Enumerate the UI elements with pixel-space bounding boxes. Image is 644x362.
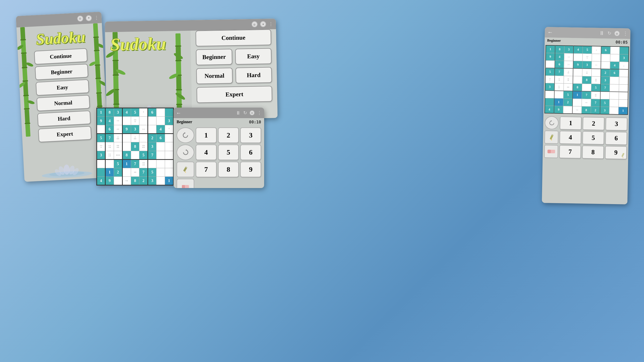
cell-7-8[interactable] — [156, 159, 165, 168]
cell-4-2[interactable]: 7 — [105, 134, 114, 142]
r-cell-4-3[interactable]: 409 — [564, 68, 573, 76]
r-cell-5-5[interactable]: 8 — [582, 76, 591, 84]
dots-button-right[interactable]: ⋮ — [623, 30, 628, 36]
r-cell-7-5[interactable]: 7 — [582, 91, 591, 99]
cell-1-8[interactable] — [156, 108, 165, 117]
cell-5-7[interactable]: 3 — [148, 142, 156, 151]
r-cell-2-9[interactable]: 3 — [619, 54, 629, 62]
r-cell-9-4[interactable]: 5 6 — [572, 106, 582, 114]
diff-easy-button[interactable]: Easy — [235, 48, 272, 65]
cell-7-9[interactable] — [165, 159, 174, 168]
r-cell-3-3[interactable]: 2 5 — [564, 61, 573, 68]
r-cell-8-2[interactable]: 1 — [554, 98, 563, 106]
r-num-btn-2[interactable]: 2 — [583, 117, 605, 130]
r-cell-5-9[interactable] — [619, 77, 628, 84]
r-cell-9-2[interactable]: 9 — [554, 106, 563, 114]
r-cell-8-3[interactable]: 2 — [563, 98, 573, 106]
r-cell-5-1[interactable]: 234 — [545, 75, 554, 83]
cell-3-1[interactable] — [97, 125, 105, 134]
cell-6-2[interactable]: 1 12 3 — [105, 151, 114, 159]
cell-5-3[interactable]: 0 00 8 — [114, 142, 122, 151]
r-cell-6-1[interactable]: 3 — [545, 83, 554, 91]
diff-normal-button[interactable]: Normal — [196, 68, 233, 84]
hard-button[interactable]: Hard — [37, 110, 91, 127]
num-btn-2[interactable]: 2 — [218, 127, 239, 143]
r-cell-2-2[interactable]: 4 — [555, 53, 564, 61]
r-cell-7-4[interactable]: 1 — [573, 91, 582, 99]
r-cell-9-8[interactable] — [609, 107, 619, 115]
r-cell-3-7[interactable] — [601, 61, 610, 69]
diff-beginner-button[interactable]: Beginner — [196, 49, 232, 65]
r-cell-6-4[interactable]: 8 — [573, 83, 582, 91]
cell-1-5[interactable]: 5 — [131, 108, 139, 117]
r-cell-2-1[interactable]: 9 — [546, 53, 555, 61]
r-cell-7-8[interactable] — [610, 92, 619, 100]
cell-8-4[interactable] — [122, 168, 131, 176]
r-cell-9-1[interactable]: 4 — [545, 106, 554, 113]
cell-9-2[interactable]: 9 — [105, 176, 114, 185]
cell-4-8[interactable]: 6 — [156, 134, 165, 142]
r-cell-7-2[interactable] — [554, 91, 564, 99]
r-cell-9-9[interactable]: 1 — [618, 107, 628, 115]
r-cell-4-6[interactable] — [591, 69, 601, 76]
back-button-right[interactable]: ← — [547, 29, 553, 35]
continue-button[interactable]: Continue — [34, 48, 88, 65]
cell-2-6[interactable] — [139, 117, 148, 125]
cell-4-5[interactable]: 20 8 — [131, 134, 139, 142]
r-cell-6-5[interactable] — [582, 84, 591, 92]
cell-3-2[interactable]: 6 — [105, 125, 114, 134]
right-pencil-tool[interactable] — [544, 130, 558, 144]
r-cell-7-6[interactable]: 4040 — [591, 91, 600, 99]
num-btn-5[interactable]: 5 — [218, 145, 239, 160]
cell-9-3[interactable] — [114, 176, 122, 185]
palette-icon[interactable]: ◎ — [77, 15, 83, 22]
r-cell-9-3[interactable] — [563, 106, 572, 114]
num-btn-9[interactable]: 9 — [240, 162, 261, 177]
cell-6-8[interactable] — [156, 151, 165, 159]
cell-9-6[interactable]: 2 — [139, 176, 148, 185]
r-cell-5-7[interactable]: 3 — [600, 76, 610, 84]
r-cell-8-4[interactable] — [573, 99, 582, 106]
r-cell-1-7[interactable]: 6 — [601, 46, 610, 54]
cell-2-2[interactable]: 4 — [105, 117, 114, 125]
r-cell-8-6[interactable]: 7 — [591, 99, 600, 107]
cell-9-7[interactable]: 3 — [148, 176, 156, 185]
cell-1-3[interactable]: 3 — [114, 108, 122, 117]
refresh-button-right[interactable]: ↻ — [608, 30, 611, 36]
cell-3-3[interactable]: 2 5 — [114, 125, 122, 134]
r-cell-9-6[interactable]: 2 — [591, 106, 600, 114]
num-btn-6[interactable]: 6 — [240, 145, 261, 160]
cell-2-9[interactable]: 3 — [165, 117, 174, 125]
cell-8-6[interactable]: 7 — [139, 168, 148, 176]
r-cell-2-4[interactable] — [573, 53, 583, 61]
cell-2-8[interactable] — [156, 117, 165, 125]
r-cell-2-3[interactable]: 1 2 — [564, 53, 573, 61]
r-num-btn-5[interactable]: 5 — [582, 131, 604, 145]
cell-1-9[interactable] — [165, 108, 174, 117]
cell-2-1[interactable]: 9 — [97, 117, 105, 125]
cell-1-7[interactable]: 6 — [148, 108, 156, 117]
cell-5-9[interactable] — [165, 142, 174, 151]
r-cell-3-4[interactable]: 9 — [573, 61, 582, 69]
r-cell-7-7[interactable] — [600, 92, 610, 99]
gear-icon-2[interactable]: ✦ — [260, 21, 266, 27]
r-cell-8-8[interactable] — [609, 99, 619, 107]
r-num-btn-9[interactable]: 9 — [605, 146, 627, 159]
palette-icon-2[interactable]: ◎ — [252, 21, 258, 27]
pencil-tool[interactable] — [177, 162, 194, 177]
r-cell-5-6[interactable]: 4989 — [591, 76, 600, 84]
dots-button-numpad[interactable]: ⋮ — [257, 110, 262, 116]
r-cell-3-5[interactable]: 3 — [582, 61, 592, 69]
cell-1-2[interactable]: 8 — [105, 108, 114, 117]
num-btn-4[interactable]: 4 — [196, 145, 217, 160]
num-btn-1[interactable]: 1 — [196, 127, 217, 143]
r-cell-5-3[interactable]: 0008 — [564, 76, 573, 83]
cell-8-2[interactable]: 1 — [105, 168, 114, 176]
cell-6-7[interactable]: 7 — [148, 151, 156, 159]
diff-continue-button[interactable]: Continue — [195, 29, 271, 46]
r-cell-5-2[interactable]: 1136 — [554, 76, 564, 83]
gear-icon[interactable]: ✦ — [86, 15, 92, 21]
cell-3-5[interactable]: 3 — [131, 125, 139, 134]
cell-2-3[interactable]: 1 2 — [114, 117, 122, 125]
r-cell-6-8[interactable] — [610, 84, 619, 92]
